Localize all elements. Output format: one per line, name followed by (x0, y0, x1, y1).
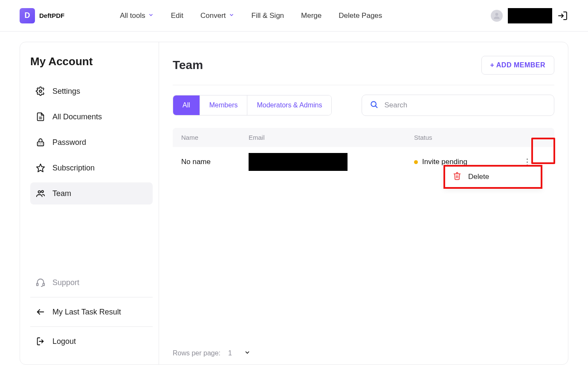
search-field[interactable] (362, 95, 554, 116)
nav-delete-pages-label: Delete Pages (339, 12, 382, 20)
tab-all[interactable]: All (173, 95, 200, 115)
logo-mark: D (20, 8, 35, 23)
svg-line-17 (376, 106, 377, 108)
divider (30, 326, 153, 327)
cell-name: No name (181, 158, 249, 166)
main-frame: My Account Settings All Documents Passwo… (20, 42, 568, 365)
page-title: Team (173, 58, 203, 72)
nav-fill-sign[interactable]: Fill & Sign (252, 12, 284, 20)
sidebar-item-label: Subscription (52, 164, 95, 173)
annotation-highlight (531, 138, 555, 164)
email-redacted (249, 153, 348, 171)
sidebar-item-label: Team (52, 189, 71, 198)
sidebar-item-team[interactable]: Team (30, 182, 153, 205)
svg-rect-12 (37, 283, 38, 286)
content-header: Team + ADD MEMBER (173, 56, 554, 85)
sidebar-item-documents[interactable]: All Documents (30, 106, 153, 128)
brand[interactable]: D DeftPDF (20, 8, 64, 23)
top-nav: D DeftPDF All tools Edit Convert Fill & … (0, 0, 588, 32)
nav-merge-label: Merge (301, 12, 322, 20)
nav-delete-pages[interactable]: Delete Pages (339, 12, 382, 20)
column-name: Name (181, 134, 249, 141)
nav-convert[interactable]: Convert (200, 12, 235, 20)
divider (30, 297, 153, 297)
svg-point-0 (495, 13, 498, 16)
star-icon (35, 163, 46, 173)
avatar[interactable] (491, 10, 503, 22)
status-dot-icon (414, 160, 418, 164)
sidebar-title: My Account (30, 55, 153, 68)
sidebar-item-label: My Last Task Result (52, 308, 121, 317)
sidebar-item-label: Support (52, 278, 79, 287)
arrow-left-icon (35, 307, 46, 317)
tab-members[interactable]: Members (200, 95, 248, 115)
svg-rect-13 (43, 283, 45, 286)
trash-icon (453, 172, 461, 182)
chevron-down-icon (148, 12, 154, 20)
user-name-redacted (508, 8, 552, 23)
menu-delete-label: Delete (468, 173, 489, 181)
nav-all-tools[interactable]: All tools (120, 12, 154, 20)
nav-convert-label: Convert (200, 12, 226, 20)
chevron-down-icon[interactable] (244, 349, 251, 358)
svg-point-2 (39, 90, 42, 92)
content: Team + ADD MEMBER All Members Moderators… (159, 42, 568, 364)
column-email: Email (249, 134, 414, 141)
row-action-menu[interactable]: Delete (443, 165, 542, 189)
svg-point-11 (41, 190, 43, 193)
add-member-button[interactable]: + ADD MEMBER (481, 56, 554, 75)
sidebar-item-password[interactable]: Password (30, 131, 153, 153)
filter-tabs: All Members Moderators & Admins (173, 95, 332, 115)
svg-point-10 (38, 191, 41, 193)
nav-fill-sign-label: Fill & Sign (252, 12, 284, 20)
signout-icon[interactable] (557, 10, 568, 21)
svg-marker-9 (37, 164, 44, 172)
sidebar-item-subscription[interactable]: Subscription (30, 157, 153, 179)
document-icon (35, 112, 46, 122)
logo-text: DeftPDF (39, 12, 64, 19)
search-input[interactable] (384, 101, 546, 110)
top-right (491, 8, 568, 23)
rows-per-page-value: 1 (228, 349, 232, 357)
lock-icon (35, 137, 46, 147)
logout-icon (35, 336, 46, 346)
sidebar-item-settings[interactable]: Settings (30, 80, 153, 102)
sidebar-item-label: Password (52, 138, 86, 147)
nav-edit[interactable]: Edit (171, 12, 183, 20)
sidebar-item-label: Settings (52, 87, 80, 96)
table-header: Name Email Status (173, 128, 554, 147)
rows-per-page-label: Rows per page: (173, 349, 220, 357)
primary-nav: All tools Edit Convert Fill & Sign Merge… (120, 12, 382, 20)
sidebar-item-last-task[interactable]: My Last Task Result (30, 301, 153, 323)
chevron-down-icon (229, 12, 235, 20)
sidebar-item-label: Logout (52, 337, 76, 346)
sidebar-item-support[interactable]: Support (30, 271, 153, 294)
gear-icon (35, 86, 46, 96)
sidebar-item-label: All Documents (52, 112, 102, 121)
users-icon (35, 188, 46, 199)
nav-all-tools-label: All tools (120, 12, 145, 20)
sidebar: My Account Settings All Documents Passwo… (20, 42, 159, 364)
filters-row: All Members Moderators & Admins (173, 95, 554, 116)
headset-icon (35, 277, 46, 288)
nav-edit-label: Edit (171, 12, 183, 20)
column-status: Status (414, 134, 520, 141)
sidebar-item-logout[interactable]: Logout (30, 330, 153, 352)
tab-moderators-admins[interactable]: Moderators & Admins (247, 95, 331, 115)
cell-email (249, 153, 414, 171)
nav-merge[interactable]: Merge (301, 12, 322, 20)
search-icon (370, 100, 378, 110)
table-footer: Rows per page: 1 (173, 343, 554, 358)
